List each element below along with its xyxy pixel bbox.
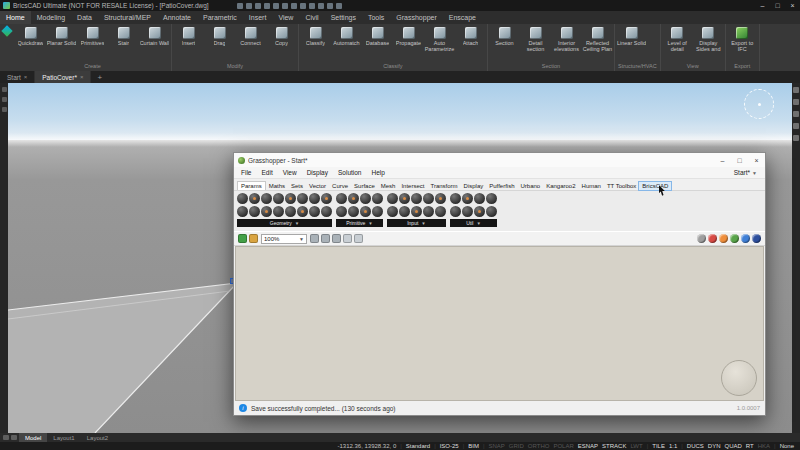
gh-component-icon[interactable]: [372, 193, 383, 204]
gh-close-button[interactable]: ×: [748, 153, 765, 167]
ribbon-button-copy[interactable]: Copy: [266, 26, 297, 46]
ribbon-button-linear-solid[interactable]: Linear Solid: [616, 26, 647, 46]
gh-component-icon[interactable]: [399, 193, 410, 204]
edge-toolbar-icon-3[interactable]: [2, 107, 7, 112]
category-tab[interactable]: Pufferfish: [486, 182, 517, 190]
layout-menu-icon[interactable]: [3, 435, 9, 440]
new-document-button[interactable]: +: [91, 71, 108, 83]
gh-component-icon[interactable]: [435, 206, 446, 217]
menu-item[interactable]: Edit: [256, 169, 277, 176]
category-tab[interactable]: Human: [579, 182, 604, 190]
workspace-icon[interactable]: [327, 3, 333, 9]
gh-component-icon[interactable]: [474, 206, 485, 217]
ribbon-tab[interactable]: Grasshopper: [390, 11, 442, 24]
menu-item[interactable]: File: [236, 169, 256, 176]
gh-minimize-button[interactable]: –: [714, 153, 731, 167]
ribbon-tab[interactable]: View: [272, 11, 299, 24]
gh-component-icon[interactable]: [309, 193, 320, 204]
status-toggle-rt[interactable]: RT: [746, 443, 754, 449]
ribbon-tab[interactable]: Parametric: [197, 11, 243, 24]
gh-palette-group-label[interactable]: Util▼: [450, 219, 497, 227]
gh-component-icon[interactable]: [348, 193, 359, 204]
status-toggle-quad[interactable]: QUAD: [725, 443, 742, 449]
remote-panel-ball[interactable]: [752, 234, 761, 243]
gh-component-icon[interactable]: [423, 206, 434, 217]
gh-component-icon[interactable]: [435, 193, 446, 204]
gh-component-icon[interactable]: [273, 206, 284, 217]
new-icon[interactable]: [237, 3, 243, 9]
gh-component-icon[interactable]: [273, 193, 284, 204]
zoom-target-icon[interactable]: [310, 234, 319, 243]
ribbon-button-drag[interactable]: Drag: [204, 26, 235, 46]
status-toggle-1-1[interactable]: 1:1: [669, 443, 677, 449]
ribbon-button-level-of-detail[interactable]: Level of detail: [662, 26, 693, 53]
gh-component-icon[interactable]: [360, 206, 371, 217]
status-toggle-grid[interactable]: GRID: [509, 443, 524, 449]
sketch-icon[interactable]: [332, 234, 341, 243]
gh-component-icon[interactable]: [249, 206, 260, 217]
save-icon[interactable]: [238, 234, 247, 243]
gh-component-icon[interactable]: [249, 193, 260, 204]
widget-icon[interactable]: [354, 234, 363, 243]
undo-icon[interactable]: [282, 3, 288, 9]
gh-component-icon[interactable]: [297, 206, 308, 217]
paste-icon[interactable]: [318, 3, 324, 9]
close-icon[interactable]: ×: [24, 74, 28, 80]
gh-component-icon[interactable]: [237, 193, 248, 204]
document-selector[interactable]: Start* ▼: [734, 169, 763, 176]
gh-component-icon[interactable]: [486, 193, 497, 204]
layout-tab[interactable]: Model: [19, 433, 47, 442]
category-tab[interactable]: TT Toolbox: [604, 182, 639, 190]
gh-component-icon[interactable]: [411, 193, 422, 204]
gh-component-icon[interactable]: [297, 193, 308, 204]
gh-component-icon[interactable]: [387, 206, 398, 217]
status-toggle-bim[interactable]: BIM: [468, 443, 479, 449]
layout-tab[interactable]: Layout1: [47, 433, 80, 442]
ribbon-tab[interactable]: Annotate: [157, 11, 197, 24]
gh-component-icon[interactable]: [285, 193, 296, 204]
gh-component-icon[interactable]: [411, 206, 422, 217]
category-tab[interactable]: Vector: [306, 182, 329, 190]
gh-palette-group-label[interactable]: Geometry▼: [237, 219, 332, 227]
ribbon-button-database[interactable]: Database: [362, 26, 393, 46]
menu-item[interactable]: Display: [302, 169, 333, 176]
status-toggle-polar[interactable]: POLAR: [553, 443, 573, 449]
model-space-icon[interactable]: [11, 435, 17, 440]
bricscad-app-icon[interactable]: [0, 24, 14, 71]
ribbon-button-planar-solid[interactable]: Planar Solid: [46, 26, 77, 46]
gh-component-icon[interactable]: [261, 193, 272, 204]
ribbon-button-curtain-wall[interactable]: Curtain Wall: [139, 26, 170, 46]
gh-component-icon[interactable]: [486, 206, 497, 217]
category-tab[interactable]: Intersect: [398, 182, 427, 190]
open-icon[interactable]: [249, 234, 258, 243]
zoom-select[interactable]: 100% ▼: [261, 234, 307, 244]
ribbon-button-quickdraw[interactable]: Quickdraw: [15, 26, 46, 46]
gh-component-icon[interactable]: [237, 206, 248, 217]
category-tab[interactable]: Display: [461, 182, 487, 190]
ribbon-button-export-to-ifc[interactable]: Export to IFC: [727, 26, 758, 53]
category-tab[interactable]: Mesh: [378, 182, 399, 190]
close-icon[interactable]: ×: [80, 74, 84, 80]
gh-component-icon[interactable]: [261, 206, 272, 217]
ribbon-tab[interactable]: Civil: [299, 11, 324, 24]
ribbon-button-primitives[interactable]: Primitives: [77, 26, 108, 46]
ribbon-button-detail-section[interactable]: Detail section: [520, 26, 551, 53]
document-tab[interactable]: PatioCover* ×: [35, 71, 91, 83]
gh-component-icon[interactable]: [309, 206, 320, 217]
preview-off-ball[interactable]: [697, 234, 706, 243]
ribbon-tab[interactable]: Structural/MEP: [98, 11, 157, 24]
sheets-panel-icon[interactable]: [793, 135, 799, 141]
layers-panel-icon[interactable]: [793, 99, 799, 105]
maximize-button[interactable]: □: [770, 0, 785, 11]
ribbon-button-interior-elevations[interactable]: Interior elevations: [551, 26, 582, 53]
preview-shaded-ball[interactable]: [730, 234, 739, 243]
category-tab[interactable]: Surface: [351, 182, 378, 190]
preview-wire-ball[interactable]: [708, 234, 717, 243]
grasshopper-titlebar[interactable]: Grasshopper - Start* –□×: [234, 153, 765, 167]
gh-component-icon[interactable]: [387, 193, 398, 204]
category-tab[interactable]: Transform: [427, 182, 460, 190]
gh-component-icon[interactable]: [321, 206, 332, 217]
ribbon-tab[interactable]: Data: [71, 11, 98, 24]
status-toggle-none[interactable]: None: [780, 443, 794, 449]
help-icon[interactable]: [336, 3, 342, 9]
